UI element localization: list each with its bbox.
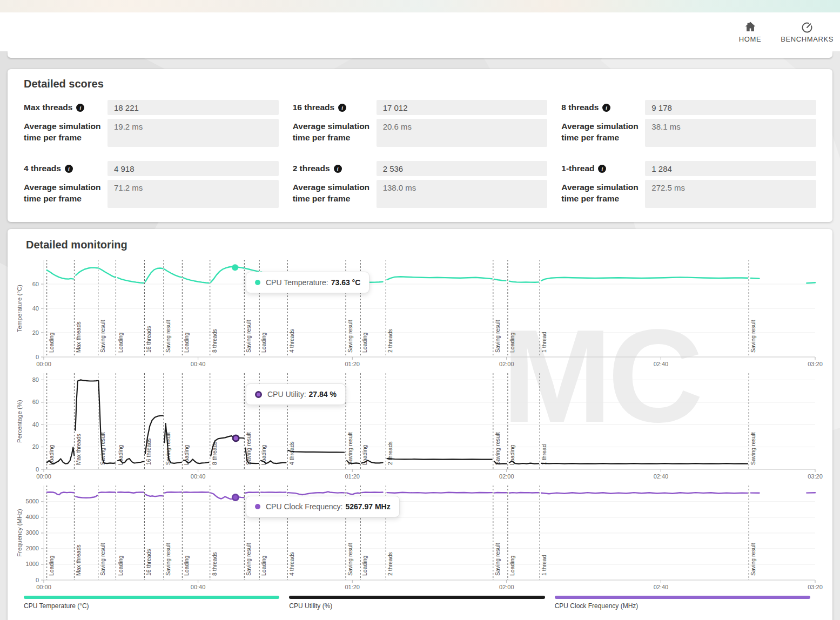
svg-text:Saving result: Saving result bbox=[347, 320, 353, 353]
svg-text:2 threads: 2 threads bbox=[387, 329, 393, 353]
svg-text:Temperature (°C): Temperature (°C) bbox=[16, 285, 23, 332]
svg-text:Frequency (MHz): Frequency (MHz) bbox=[16, 509, 23, 557]
svg-text:02:40: 02:40 bbox=[654, 584, 669, 590]
score-block-3: 8 threadsi9 178Average simulation time p… bbox=[561, 100, 816, 147]
chart-cpu-utility[interactable]: 02040608000:0000:4001:2002:0002:4003:20P… bbox=[8, 372, 832, 482]
svg-text:03:20: 03:20 bbox=[808, 473, 823, 480]
svg-text:Saving result: Saving result bbox=[165, 320, 171, 353]
svg-text:00:00: 00:00 bbox=[36, 473, 51, 480]
svg-text:0: 0 bbox=[36, 577, 39, 583]
avg-time-label: Average simulation time per frame bbox=[293, 119, 377, 147]
svg-text:Saving result: Saving result bbox=[494, 432, 501, 465]
avg-time-value-field: 20.6 ms bbox=[377, 119, 548, 147]
score-value-field: 9 178 bbox=[645, 100, 816, 115]
svg-text:0: 0 bbox=[36, 354, 39, 360]
nav-benchmarks-label: BENCHMARKS bbox=[781, 35, 834, 43]
home-icon bbox=[744, 21, 757, 33]
score-block-4: 4 threadsi4 918Average simulation time p… bbox=[24, 161, 279, 208]
svg-text:02:40: 02:40 bbox=[654, 473, 669, 480]
score-row: 1-threadi1 284 bbox=[561, 161, 816, 176]
svg-text:01:20: 01:20 bbox=[345, 473, 360, 480]
previous-card-bottom-edge bbox=[8, 51, 832, 58]
svg-text:5000: 5000 bbox=[26, 498, 39, 504]
info-icon[interactable]: i bbox=[338, 104, 346, 112]
tooltip-series-dot bbox=[255, 504, 260, 509]
svg-text:Loading: Loading bbox=[361, 332, 368, 353]
score-label: 1-threadi bbox=[561, 161, 645, 176]
tooltip-series-dot bbox=[255, 391, 262, 398]
score-block-2: 16 threadsi17 012Average simulation time… bbox=[293, 100, 548, 147]
svg-text:Saving result: Saving result bbox=[99, 543, 106, 576]
svg-text:02:00: 02:00 bbox=[499, 584, 514, 590]
svg-text:Saving result: Saving result bbox=[347, 543, 353, 576]
svg-text:03:20: 03:20 bbox=[808, 584, 823, 590]
svg-text:Saving result: Saving result bbox=[165, 543, 171, 576]
legend-color-bar bbox=[289, 596, 545, 599]
svg-text:Saving result: Saving result bbox=[750, 432, 756, 465]
svg-text:8 threads: 8 threads bbox=[211, 329, 218, 353]
tooltip-label: CPU Utility: bbox=[267, 390, 306, 399]
info-icon[interactable]: i bbox=[76, 104, 84, 112]
legend-item[interactable]: CPU Utility (%) bbox=[289, 596, 545, 610]
score-label-text: 2 threads bbox=[293, 164, 330, 173]
score-label: 4 threadsi bbox=[24, 161, 107, 176]
svg-text:1 thread: 1 thread bbox=[541, 555, 547, 576]
svg-text:00:40: 00:40 bbox=[191, 361, 206, 367]
chart-tooltip-cpu-utility: CPU Utility:27.84 % bbox=[246, 383, 346, 405]
nav-home[interactable]: HOME bbox=[739, 21, 761, 43]
avg-time-value-field: 38.1 ms bbox=[645, 119, 816, 147]
chart-tooltip-cpu-temperature: CPU Temperature:73.63 °C bbox=[246, 272, 369, 293]
svg-text:2000: 2000 bbox=[26, 545, 39, 551]
legend-label: CPU Utility (%) bbox=[289, 602, 545, 610]
avg-time-label: Average simulation time per frame bbox=[561, 180, 645, 208]
avg-time-label: Average simulation time per frame bbox=[561, 119, 645, 147]
score-label-text: Max threads bbox=[24, 103, 72, 112]
score-block-5: 2 threadsi2 536Average simulation time p… bbox=[293, 161, 548, 208]
svg-text:02:00: 02:00 bbox=[499, 473, 514, 480]
scores-grid: Max threadsi18 221Average simulation tim… bbox=[24, 100, 816, 208]
avg-time-value-field: 272.5 ms bbox=[645, 180, 816, 208]
svg-text:16 threads: 16 threads bbox=[145, 549, 152, 576]
score-value-field: 1 284 bbox=[645, 161, 816, 176]
svg-text:4000: 4000 bbox=[26, 514, 39, 520]
svg-text:20: 20 bbox=[32, 329, 39, 336]
chart-cpu-clock-frequency[interactable]: 01000200030004000500000:0000:4001:2002:0… bbox=[8, 484, 832, 593]
svg-text:8 threads: 8 threads bbox=[211, 441, 218, 465]
svg-text:02:40: 02:40 bbox=[654, 361, 669, 367]
score-label-text: 4 threads bbox=[24, 164, 61, 173]
info-icon[interactable]: i bbox=[598, 165, 606, 173]
score-block-6: 1-threadi1 284Average simulation time pe… bbox=[561, 161, 816, 208]
avg-time-label: Average simulation time per frame bbox=[293, 180, 377, 208]
score-label: 2 threadsi bbox=[293, 161, 377, 176]
info-icon[interactable]: i bbox=[334, 165, 342, 173]
score-value-field: 4 918 bbox=[107, 161, 279, 176]
nav-home-label: HOME bbox=[739, 35, 761, 43]
benchmarks-gauge-icon bbox=[801, 21, 814, 33]
svg-text:Loading: Loading bbox=[509, 555, 515, 576]
legend-item[interactable]: CPU Clock Frequency (MHz) bbox=[555, 596, 810, 610]
charts-legend: CPU Temperature (°C)CPU Utility (%)CPU C… bbox=[24, 596, 810, 610]
legend-color-bar bbox=[555, 596, 810, 599]
svg-text:0: 0 bbox=[36, 466, 39, 473]
svg-text:60: 60 bbox=[32, 281, 39, 287]
svg-text:Saving result: Saving result bbox=[245, 320, 252, 353]
svg-text:Loading: Loading bbox=[361, 555, 368, 576]
tooltip-label: CPU Temperature: bbox=[266, 278, 328, 287]
score-value-field: 2 536 bbox=[377, 161, 548, 176]
svg-text:8 threads: 8 threads bbox=[211, 552, 218, 576]
score-row: Max threadsi18 221 bbox=[24, 100, 279, 115]
avg-time-value-field: 138.0 ms bbox=[377, 180, 548, 208]
nav-benchmarks[interactable]: BENCHMARKS bbox=[781, 21, 834, 43]
info-icon[interactable]: i bbox=[602, 104, 610, 112]
svg-text:16 threads: 16 threads bbox=[145, 326, 152, 353]
chart-cpu-temperature[interactable]: 020406000:0000:4001:2002:0002:4003:20Tem… bbox=[8, 259, 832, 370]
score-label: 16 threadsi bbox=[293, 100, 377, 115]
svg-text:Saving result: Saving result bbox=[494, 543, 501, 576]
tooltip-value: 27.84 % bbox=[309, 390, 337, 399]
info-icon[interactable]: i bbox=[65, 165, 73, 173]
monitoring-title: Detailed monitoring bbox=[26, 239, 832, 251]
svg-text:40: 40 bbox=[32, 421, 39, 428]
svg-text:00:00: 00:00 bbox=[36, 361, 51, 367]
legend-item[interactable]: CPU Temperature (°C) bbox=[24, 596, 279, 610]
svg-text:02:00: 02:00 bbox=[499, 361, 514, 367]
